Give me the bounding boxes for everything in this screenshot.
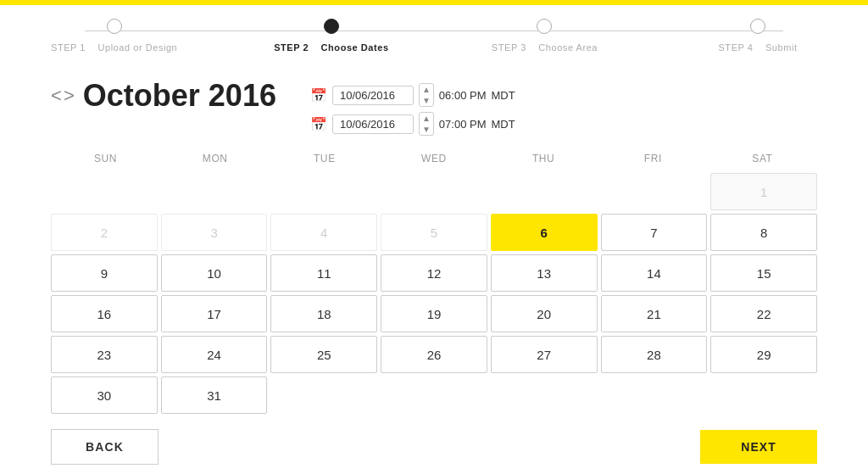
weekday-wed: WED (379, 149, 488, 168)
day-2[interactable]: 2 (51, 214, 158, 251)
day-1[interactable]: 1 (710, 173, 817, 210)
day-28[interactable]: 28 (601, 336, 708, 373)
time-spinner-2[interactable]: ▲▼ (419, 112, 434, 136)
weekday-sat: SAT (708, 149, 817, 168)
day-22[interactable]: 22 (710, 295, 817, 332)
day-5[interactable]: 5 (381, 214, 487, 251)
day-empty-9 (491, 376, 598, 414)
time-spinner-1[interactable]: ▲▼ (419, 83, 434, 107)
day-empty-10 (601, 376, 708, 414)
day-empty-3 (270, 173, 377, 210)
day-4[interactable]: 4 (270, 214, 377, 251)
calendar-grid: SUN MON TUE WED THU FRI SAT 1 2 3 4 5 6 … (51, 149, 817, 414)
step-1-num: STEP 1 (51, 42, 86, 53)
calendar-header: < > October 2016 📅 ▲▼ 06:00 PM MDT 📅 ▲▼ … (51, 78, 817, 136)
day-empty-1 (51, 173, 158, 210)
day-31[interactable]: 31 (161, 376, 268, 414)
day-17[interactable]: 17 (161, 295, 268, 332)
day-6[interactable]: 6 (491, 214, 598, 251)
step-1: STEP 1 Upload or Design (51, 19, 177, 54)
calendar-icon-2: 📅 (310, 116, 327, 132)
end-tz: MDT (492, 118, 515, 131)
start-date-input[interactable] (332, 86, 414, 105)
date-input-row-2: 📅 ▲▼ 07:00 PM MDT (310, 112, 515, 136)
step-1-label: Upload or Design (97, 42, 177, 53)
day-21[interactable]: 21 (601, 295, 708, 332)
day-12[interactable]: 12 (381, 254, 487, 292)
weekday-thu: THU (489, 149, 598, 168)
next-button[interactable]: NEXT (700, 430, 817, 464)
day-empty-2 (161, 173, 268, 210)
day-empty-8 (381, 376, 487, 414)
calendar-days: 1 2 3 4 5 6 7 8 9 10 11 12 13 14 15 16 1… (51, 173, 817, 414)
step-3-label: Choose Area (538, 42, 598, 53)
main-content: < > October 2016 📅 ▲▼ 06:00 PM MDT 📅 ▲▼ … (0, 61, 868, 474)
start-time: 06:00 PM (439, 89, 487, 102)
stepper: STEP 1 Upload or Design STEP 2 Choose Da… (0, 5, 868, 61)
step-2-label: Choose Dates (321, 42, 389, 53)
end-date-input[interactable] (332, 114, 414, 134)
day-11[interactable]: 11 (270, 254, 377, 292)
day-empty-11 (710, 376, 817, 414)
day-18[interactable]: 18 (270, 295, 377, 332)
day-20[interactable]: 20 (491, 295, 598, 332)
step-4-circle (750, 19, 765, 34)
day-16[interactable]: 16 (51, 295, 158, 332)
calendar-icon-1: 📅 (310, 87, 327, 103)
back-button[interactable]: BACK (51, 429, 159, 465)
step-4-label: Submit (765, 42, 798, 53)
day-27[interactable]: 27 (491, 336, 598, 373)
weekday-mon: MON (160, 149, 270, 168)
step-4: STEP 4 Submit (698, 19, 817, 54)
day-8[interactable]: 8 (710, 214, 817, 251)
weekday-headers: SUN MON TUE WED THU FRI SAT (51, 149, 817, 168)
step-2: STEP 2 Choose Dates (272, 19, 391, 54)
day-10[interactable]: 10 (161, 254, 268, 292)
day-9[interactable]: 9 (51, 254, 158, 292)
day-15[interactable]: 15 (710, 254, 817, 292)
date-inputs: 📅 ▲▼ 06:00 PM MDT 📅 ▲▼ 07:00 PM MDT (310, 83, 515, 136)
step-2-circle (324, 19, 339, 34)
month-nav: < > October 2016 (51, 78, 276, 114)
step-3-circle (537, 19, 552, 34)
step-3: STEP 3 Choose Area (485, 19, 604, 54)
prev-next-arrows[interactable]: < > (51, 85, 73, 107)
step-3-num: STEP 3 (492, 42, 526, 53)
day-25[interactable]: 25 (270, 336, 377, 373)
day-19[interactable]: 19 (381, 295, 487, 332)
start-tz: MDT (492, 89, 515, 102)
day-3[interactable]: 3 (161, 214, 268, 251)
step-2-num: STEP 2 (274, 42, 309, 53)
end-time: 07:00 PM (439, 118, 487, 131)
day-13[interactable]: 13 (491, 254, 598, 292)
day-29[interactable]: 29 (710, 336, 817, 373)
day-empty-5 (491, 173, 598, 210)
step-4-num: STEP 4 (718, 42, 753, 53)
weekday-fri: FRI (598, 149, 708, 168)
footer-buttons: BACK NEXT (51, 429, 817, 465)
day-empty-6 (601, 173, 708, 210)
month-title: October 2016 (83, 78, 276, 114)
day-26[interactable]: 26 (381, 336, 487, 373)
weekday-sun: SUN (51, 149, 160, 168)
day-7[interactable]: 7 (601, 214, 708, 251)
weekday-tue: TUE (270, 149, 379, 168)
step-1-circle (107, 19, 122, 34)
date-input-row-1: 📅 ▲▼ 06:00 PM MDT (310, 83, 515, 107)
stepper-line (85, 31, 783, 31)
day-14[interactable]: 14 (601, 254, 708, 292)
day-empty-4 (381, 173, 487, 210)
day-24[interactable]: 24 (161, 336, 268, 373)
day-30[interactable]: 30 (51, 376, 158, 414)
day-empty-7 (270, 376, 377, 414)
day-23[interactable]: 23 (51, 336, 158, 373)
